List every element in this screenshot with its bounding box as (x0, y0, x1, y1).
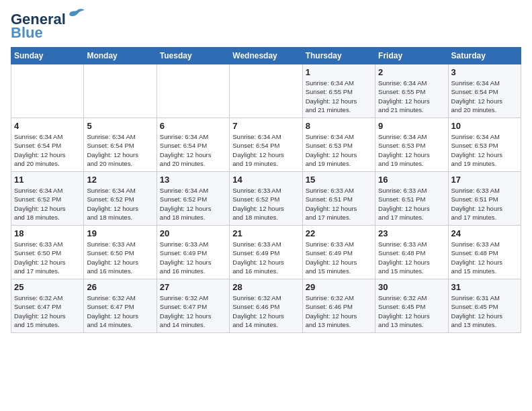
day-info: Sunrise: 6:34 AM Sunset: 6:55 PM Dayligh… (378, 79, 445, 114)
page-container: General Blue SundayMondayTuesdayWednesda… (0, 0, 532, 344)
weekday-header-sunday: Sunday (11, 48, 84, 64)
day-number: 18 (14, 228, 81, 238)
week-row-2: 4Sunrise: 6:34 AM Sunset: 6:54 PM Daylig… (11, 118, 521, 172)
day-info: Sunrise: 6:33 AM Sunset: 6:49 PM Dayligh… (160, 240, 226, 275)
day-info: Sunrise: 6:32 AM Sunset: 6:47 PM Dayligh… (14, 293, 81, 329)
week-row-3: 11Sunrise: 6:34 AM Sunset: 6:52 PM Dayli… (11, 172, 521, 226)
calendar-cell: 29Sunrise: 6:32 AM Sunset: 6:46 PM Dayli… (302, 279, 375, 333)
calendar-cell: 12Sunrise: 6:34 AM Sunset: 6:52 PM Dayli… (84, 172, 157, 226)
day-number: 19 (87, 228, 153, 238)
day-number: 21 (232, 228, 299, 238)
day-info: Sunrise: 6:32 AM Sunset: 6:46 PM Dayligh… (232, 293, 299, 329)
calendar-cell: 1Sunrise: 6:34 AM Sunset: 6:55 PM Daylig… (302, 64, 375, 118)
week-row-4: 18Sunrise: 6:33 AM Sunset: 6:50 PM Dayli… (11, 226, 521, 279)
day-number: 29 (306, 282, 372, 292)
day-info: Sunrise: 6:32 AM Sunset: 6:47 PM Dayligh… (160, 293, 226, 329)
day-number: 28 (232, 282, 299, 292)
calendar-cell (11, 64, 84, 118)
day-number: 25 (14, 282, 81, 292)
day-number: 22 (306, 228, 372, 238)
weekday-header-friday: Friday (375, 48, 448, 64)
day-number: 17 (451, 175, 518, 185)
weekday-header-wednesday: Wednesday (230, 48, 302, 64)
calendar-cell: 20Sunrise: 6:33 AM Sunset: 6:49 PM Dayli… (157, 226, 229, 279)
day-number: 15 (306, 175, 372, 185)
day-info: Sunrise: 6:32 AM Sunset: 6:46 PM Dayligh… (306, 293, 372, 329)
day-number: 31 (451, 282, 518, 292)
day-info: Sunrise: 6:34 AM Sunset: 6:53 PM Dayligh… (451, 132, 518, 168)
day-number: 8 (306, 121, 372, 131)
weekday-header-row: SundayMondayTuesdayWednesdayThursdayFrid… (11, 48, 521, 64)
day-info: Sunrise: 6:34 AM Sunset: 6:52 PM Dayligh… (87, 186, 153, 222)
calendar-cell: 13Sunrise: 6:34 AM Sunset: 6:52 PM Dayli… (157, 172, 229, 226)
calendar-cell: 10Sunrise: 6:34 AM Sunset: 6:53 PM Dayli… (448, 118, 521, 172)
week-row-5: 25Sunrise: 6:32 AM Sunset: 6:47 PM Dayli… (11, 279, 521, 333)
calendar-cell: 27Sunrise: 6:32 AM Sunset: 6:47 PM Dayli… (157, 279, 229, 333)
day-number: 7 (232, 121, 299, 131)
calendar-cell: 3Sunrise: 6:34 AM Sunset: 6:54 PM Daylig… (448, 64, 521, 118)
header: General Blue (11, 11, 521, 40)
day-number: 4 (14, 121, 81, 131)
day-info: Sunrise: 6:33 AM Sunset: 6:49 PM Dayligh… (306, 240, 372, 275)
day-number: 24 (451, 228, 518, 238)
day-info: Sunrise: 6:33 AM Sunset: 6:50 PM Dayligh… (14, 240, 81, 275)
day-info: Sunrise: 6:34 AM Sunset: 6:54 PM Dayligh… (87, 132, 153, 168)
day-info: Sunrise: 6:34 AM Sunset: 6:52 PM Dayligh… (14, 186, 81, 222)
day-number: 27 (160, 282, 226, 292)
calendar-cell: 2Sunrise: 6:34 AM Sunset: 6:55 PM Daylig… (375, 64, 448, 118)
day-info: Sunrise: 6:34 AM Sunset: 6:54 PM Dayligh… (14, 132, 81, 168)
logo: General Blue (11, 11, 86, 40)
calendar-cell: 26Sunrise: 6:32 AM Sunset: 6:47 PM Dayli… (84, 279, 157, 333)
calendar-cell: 18Sunrise: 6:33 AM Sunset: 6:50 PM Dayli… (11, 226, 84, 279)
day-number: 16 (378, 175, 445, 185)
day-info: Sunrise: 6:34 AM Sunset: 6:54 PM Dayligh… (232, 132, 299, 168)
calendar-cell: 9Sunrise: 6:34 AM Sunset: 6:53 PM Daylig… (375, 118, 448, 172)
calendar-cell: 4Sunrise: 6:34 AM Sunset: 6:54 PM Daylig… (11, 118, 84, 172)
day-info: Sunrise: 6:33 AM Sunset: 6:51 PM Dayligh… (306, 186, 372, 222)
calendar-cell (230, 64, 302, 118)
day-number: 12 (87, 175, 153, 185)
day-number: 9 (378, 121, 445, 131)
day-info: Sunrise: 6:33 AM Sunset: 6:51 PM Dayligh… (451, 186, 518, 222)
calendar-cell: 15Sunrise: 6:33 AM Sunset: 6:51 PM Dayli… (302, 172, 375, 226)
day-number: 2 (378, 67, 445, 77)
weekday-header-saturday: Saturday (448, 48, 521, 64)
calendar-cell: 7Sunrise: 6:34 AM Sunset: 6:54 PM Daylig… (230, 118, 302, 172)
calendar-cell: 19Sunrise: 6:33 AM Sunset: 6:50 PM Dayli… (84, 226, 157, 279)
calendar-cell: 25Sunrise: 6:32 AM Sunset: 6:47 PM Dayli… (11, 279, 84, 333)
day-info: Sunrise: 6:34 AM Sunset: 6:53 PM Dayligh… (306, 132, 372, 168)
calendar-cell: 28Sunrise: 6:32 AM Sunset: 6:46 PM Dayli… (230, 279, 302, 333)
calendar-cell (84, 64, 157, 118)
day-number: 26 (87, 282, 153, 292)
calendar-cell: 11Sunrise: 6:34 AM Sunset: 6:52 PM Dayli… (11, 172, 84, 226)
day-number: 13 (160, 175, 226, 185)
calendar-cell: 30Sunrise: 6:32 AM Sunset: 6:45 PM Dayli… (375, 279, 448, 333)
week-row-1: 1Sunrise: 6:34 AM Sunset: 6:55 PM Daylig… (11, 64, 521, 118)
day-number: 23 (378, 228, 445, 238)
day-info: Sunrise: 6:34 AM Sunset: 6:52 PM Dayligh… (160, 186, 226, 222)
day-number: 11 (14, 175, 81, 185)
calendar-cell: 23Sunrise: 6:33 AM Sunset: 6:48 PM Dayli… (375, 226, 448, 279)
calendar-cell: 16Sunrise: 6:33 AM Sunset: 6:51 PM Dayli… (375, 172, 448, 226)
calendar-cell: 24Sunrise: 6:33 AM Sunset: 6:48 PM Dayli… (448, 226, 521, 279)
day-info: Sunrise: 6:33 AM Sunset: 6:51 PM Dayligh… (378, 186, 445, 222)
calendar-cell: 17Sunrise: 6:33 AM Sunset: 6:51 PM Dayli… (448, 172, 521, 226)
weekday-header-monday: Monday (84, 48, 157, 64)
day-info: Sunrise: 6:34 AM Sunset: 6:55 PM Dayligh… (306, 79, 372, 114)
calendar-cell: 14Sunrise: 6:33 AM Sunset: 6:52 PM Dayli… (230, 172, 302, 226)
day-number: 20 (160, 228, 226, 238)
day-info: Sunrise: 6:33 AM Sunset: 6:49 PM Dayligh… (232, 240, 299, 275)
day-info: Sunrise: 6:33 AM Sunset: 6:50 PM Dayligh… (87, 240, 153, 275)
weekday-header-thursday: Thursday (302, 48, 375, 64)
day-number: 1 (306, 67, 372, 77)
calendar-cell: 6Sunrise: 6:34 AM Sunset: 6:54 PM Daylig… (157, 118, 229, 172)
calendar-cell: 31Sunrise: 6:31 AM Sunset: 6:45 PM Dayli… (448, 279, 521, 333)
day-info: Sunrise: 6:32 AM Sunset: 6:47 PM Dayligh… (87, 293, 153, 329)
calendar-cell: 5Sunrise: 6:34 AM Sunset: 6:54 PM Daylig… (84, 118, 157, 172)
day-number: 14 (232, 175, 299, 185)
weekday-header-tuesday: Tuesday (157, 48, 229, 64)
calendar-cell (157, 64, 229, 118)
logo-bird-icon (67, 8, 86, 26)
day-info: Sunrise: 6:33 AM Sunset: 6:52 PM Dayligh… (232, 186, 299, 222)
day-info: Sunrise: 6:32 AM Sunset: 6:45 PM Dayligh… (378, 293, 445, 329)
